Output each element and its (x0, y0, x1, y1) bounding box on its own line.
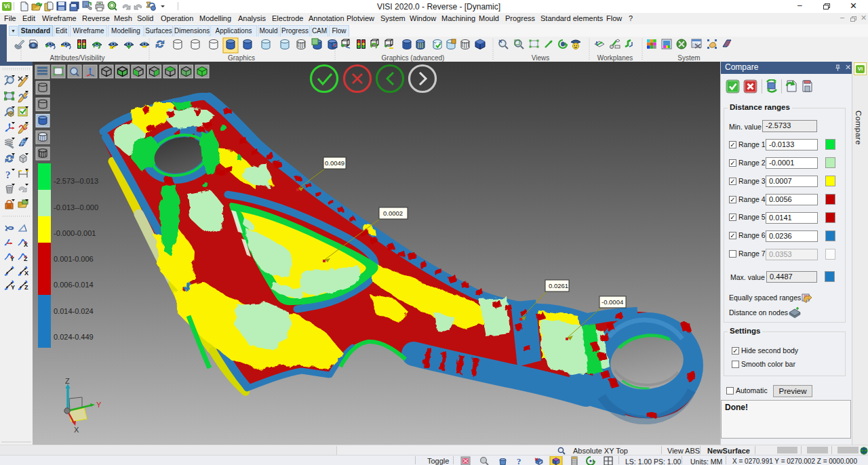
svg-text:Y: Y (96, 401, 102, 409)
svg-text:Graphics: Graphics (228, 54, 255, 62)
svg-text:System: System (677, 54, 700, 62)
svg-text:-0.000-0.001: -0.000-0.001 (54, 229, 96, 237)
svg-text:0.006-0.014: 0.006-0.014 (54, 281, 94, 289)
svg-text:0.0049: 0.0049 (325, 159, 344, 167)
svg-text:Graphics (advanced): Graphics (advanced) (382, 54, 445, 62)
svg-text:X: X (74, 426, 79, 434)
svg-text:?: ? (517, 456, 521, 465)
svg-text:Z: Z (24, 284, 28, 291)
svg-text:Views: Views (532, 54, 550, 62)
svg-text:-0.013--0.000: -0.013--0.000 (54, 203, 98, 211)
svg-text:Z: Z (65, 377, 70, 385)
svg-text:?: ? (5, 169, 11, 180)
svg-text:0.0002: 0.0002 (383, 209, 403, 217)
svg-text:0.0261: 0.0261 (549, 282, 568, 289)
svg-text:-2.573--0.013: -2.573--0.013 (54, 177, 98, 185)
svg-text:X: X (24, 270, 28, 277)
svg-text:0.024-0.449: 0.024-0.449 (54, 333, 94, 341)
svg-text:Y: Y (11, 284, 15, 291)
svg-text:Attributes/Visibility: Attributes/Visibility (50, 54, 105, 62)
svg-text:Workplanes: Workplanes (597, 54, 633, 62)
svg-text:0.001-0.006: 0.001-0.006 (54, 255, 94, 263)
svg-text:-0.0004: -0.0004 (601, 298, 623, 306)
svg-text:0.014-0.024: 0.014-0.024 (54, 307, 94, 315)
